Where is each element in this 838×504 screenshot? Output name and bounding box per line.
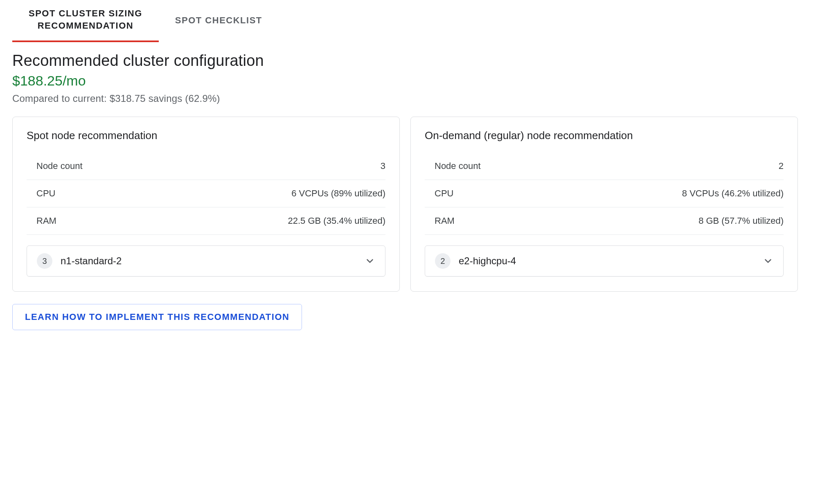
- ondemand-ram-value: 8 GB (57.7% utilized): [698, 216, 784, 226]
- tab-sizing-recommendation[interactable]: SPOT CLUSTER SIZING RECOMMENDATION: [12, 0, 159, 42]
- spot-node-count-row: Node count 3: [27, 153, 385, 180]
- ondemand-node-count-row: Node count 2: [425, 153, 784, 180]
- spot-node-count-label: Node count: [36, 161, 83, 171]
- ondemand-recommendation-card: On-demand (regular) node recommendation …: [410, 117, 798, 292]
- recommended-price: $188.25/mo: [12, 73, 826, 89]
- spot-card-title: Spot node recommendation: [27, 129, 385, 142]
- ondemand-ram-label: RAM: [435, 216, 455, 226]
- spot-cpu-row: CPU 6 VCPUs (89% utilized): [27, 180, 385, 207]
- spot-machine-type-label: n1-standard-2: [61, 255, 356, 267]
- chevron-down-icon: [365, 256, 375, 266]
- ondemand-card-title: On-demand (regular) node recommendation: [425, 129, 784, 142]
- tabs-bar: SPOT CLUSTER SIZING RECOMMENDATION SPOT …: [12, 0, 826, 42]
- ondemand-ram-row: RAM 8 GB (57.7% utilized): [425, 207, 784, 235]
- ondemand-cpu-label: CPU: [435, 188, 453, 199]
- savings-comparison: Compared to current: $318.75 savings (62…: [12, 93, 826, 104]
- tab-spot-checklist[interactable]: SPOT CHECKLIST: [159, 0, 279, 42]
- spot-machine-count-chip: 3: [37, 253, 52, 269]
- spot-cpu-label: CPU: [36, 188, 55, 199]
- spot-machine-type-select[interactable]: 3 n1-standard-2: [27, 245, 385, 277]
- spot-recommendation-card: Spot node recommendation Node count 3 CP…: [12, 117, 400, 292]
- spot-ram-label: RAM: [36, 216, 56, 226]
- spot-ram-row: RAM 22.5 GB (35.4% utilized): [27, 207, 385, 235]
- spot-ram-value: 22.5 GB (35.4% utilized): [288, 216, 385, 226]
- ondemand-machine-type-label: e2-highcpu-4: [459, 255, 755, 267]
- ondemand-cpu-row: CPU 8 VCPUs (46.2% utilized): [425, 180, 784, 207]
- ondemand-cpu-value: 8 VCPUs (46.2% utilized): [682, 188, 784, 199]
- ondemand-machine-count-chip: 2: [435, 253, 451, 269]
- learn-how-button[interactable]: LEARN HOW TO IMPLEMENT THIS RECOMMENDATI…: [12, 304, 302, 330]
- chevron-down-icon: [763, 256, 773, 266]
- ondemand-node-count-value: 2: [779, 161, 784, 171]
- spot-cpu-value: 6 VCPUs (89% utilized): [291, 188, 385, 199]
- page-title: Recommended cluster configuration: [12, 52, 826, 70]
- spot-node-count-value: 3: [381, 161, 385, 171]
- ondemand-node-count-label: Node count: [435, 161, 481, 171]
- ondemand-machine-type-select[interactable]: 2 e2-highcpu-4: [425, 245, 784, 277]
